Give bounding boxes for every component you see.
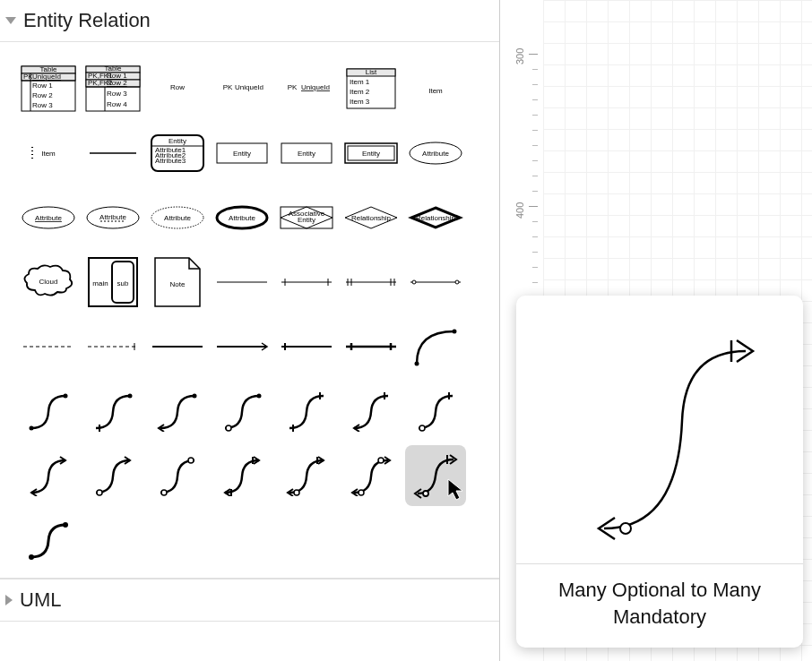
svg-text:UniqueId: UniqueId	[301, 83, 330, 91]
shape-connector-s6[interactable]	[341, 381, 402, 442]
svg-point-122	[423, 491, 428, 496]
svg-point-113	[97, 490, 102, 495]
shape-connector-s3[interactable]	[147, 381, 208, 442]
shape-line-dashed-2[interactable]	[82, 316, 143, 377]
shape-connector-s10[interactable]	[147, 445, 208, 506]
svg-point-87	[412, 280, 416, 284]
svg-text:sub: sub	[117, 279, 129, 288]
shape-line-dashed[interactable]	[18, 316, 79, 377]
svg-text:Row 1: Row 1	[32, 82, 53, 90]
svg-point-106	[226, 425, 231, 431]
svg-text:Item 3: Item 3	[350, 98, 370, 106]
svg-point-118	[294, 490, 299, 495]
svg-point-105	[193, 394, 197, 399]
shape-many-optional-to-many-mandatory[interactable]	[405, 445, 466, 506]
shape-entity-double[interactable]: Entity	[341, 123, 402, 184]
shape-line-thick-3[interactable]	[276, 316, 337, 377]
tooltip-preview	[516, 296, 803, 564]
shape-connector-s15[interactable]	[18, 510, 79, 571]
shape-pk-uniqueid-underline[interactable]: PK UniqueId	[276, 58, 337, 119]
shape-cloud[interactable]: Cloud	[18, 252, 79, 313]
section-header-uml[interactable]: UML	[0, 579, 499, 622]
shape-entity-rect-2[interactable]: Entity	[276, 123, 337, 184]
svg-text:Item: Item	[428, 87, 443, 95]
svg-text:Item 1: Item 1	[350, 78, 370, 86]
shape-connector-s13[interactable]	[341, 445, 402, 506]
svg-text:main: main	[92, 279, 108, 288]
shape-line-mark-3[interactable]	[405, 252, 466, 313]
svg-text:Row 2: Row 2	[107, 79, 127, 87]
shape-attribute-dotted[interactable]: Attribute	[147, 187, 208, 248]
svg-text:PK: PK	[288, 83, 298, 91]
svg-text:Entity: Entity	[362, 150, 380, 158]
svg-point-104	[128, 394, 133, 399]
svg-text:Entity: Entity	[168, 137, 186, 145]
shape-note[interactable]: Note	[147, 252, 208, 313]
shape-line-mark-1[interactable]	[276, 252, 337, 313]
svg-point-114	[161, 490, 167, 495]
shape-connector-s2[interactable]	[82, 381, 143, 442]
shape-entity-rect[interactable]: Entity	[212, 123, 272, 184]
shape-connector-s11[interactable]	[212, 445, 272, 506]
svg-text:Note: Note	[170, 280, 186, 288]
shape-line-mark-2[interactable]	[341, 252, 402, 313]
shape-connector-s5[interactable]	[276, 381, 337, 442]
shapes-sidebar: Entity Relation Table PK UniqueId Row 1 …	[0, 0, 500, 661]
section-header-entity-relation[interactable]: Entity Relation	[0, 0, 499, 42]
shape-list[interactable]: List Item 1 Item 2 Item 3	[341, 58, 402, 119]
shape-attribute-oval[interactable]: Attribute	[405, 123, 466, 184]
svg-point-124	[29, 554, 34, 560]
shape-attribute-oval-underline[interactable]: Attribute	[18, 187, 79, 248]
shape-relationship-bold[interactable]: Relationship	[405, 187, 466, 248]
svg-text:Entity: Entity	[298, 150, 315, 158]
svg-text:UniqueId: UniqueId	[32, 73, 61, 81]
shape-entity-rounded[interactable]: Entity Attribute1 Attribute2 Attribute3	[147, 123, 208, 184]
shape-main-sub[interactable]: mainsub	[82, 252, 143, 313]
shape-line-thick-4[interactable]	[341, 316, 402, 377]
svg-text:Row: Row	[170, 83, 185, 91]
shape-connector-curve-1[interactable]	[405, 316, 466, 377]
svg-text:Attribute: Attribute	[99, 213, 126, 221]
section-title: Entity Relation	[23, 9, 151, 32]
svg-point-88	[455, 280, 459, 284]
svg-point-99	[415, 362, 419, 366]
shape-hline[interactable]	[82, 123, 143, 184]
shape-attribute-bold[interactable]: Attribute	[212, 187, 272, 248]
tooltip-label: Many Optional to Many Mandatory	[516, 564, 803, 648]
shape-connector-s9[interactable]	[82, 445, 143, 506]
svg-point-107	[257, 394, 262, 399]
svg-point-126	[620, 523, 631, 534]
shape-item-dots[interactable]: Item	[18, 123, 79, 184]
shape-line-plain[interactable]	[212, 252, 272, 313]
svg-text:List: List	[366, 68, 377, 76]
shape-item-text[interactable]: Item	[405, 58, 466, 119]
svg-text:Relationship: Relationship	[351, 214, 392, 222]
shape-connector-s4[interactable]	[212, 381, 272, 442]
svg-text:Attribute: Attribute	[422, 150, 449, 158]
shape-tooltip: Many Optional to Many Mandatory	[516, 296, 803, 648]
shape-connector-s12[interactable]	[276, 445, 337, 506]
svg-text:PK: PK	[223, 83, 233, 91]
svg-text:Attribute3: Attribute3	[155, 157, 186, 165]
shape-attribute-dashed-underline[interactable]: Attribute	[82, 187, 143, 248]
shape-table[interactable]: Table PK UniqueId Row 1 Row 2 Row 3	[18, 58, 79, 119]
shape-connector-s1[interactable]	[18, 381, 79, 442]
shape-connector-s7[interactable]	[405, 381, 466, 442]
svg-text:Entity: Entity	[233, 150, 251, 158]
shape-row[interactable]: Row	[147, 58, 208, 119]
shape-relationship[interactable]: Relationship	[341, 187, 402, 248]
svg-point-111	[419, 425, 425, 431]
svg-text:Item 2: Item 2	[350, 88, 370, 96]
shape-table-2[interactable]: Table PK,FK1 Row 1 PK,FK2 Row 2 Row 3 Ro…	[82, 58, 143, 119]
svg-text:Attribute: Attribute	[35, 214, 62, 222]
shape-line-thick-2[interactable]	[212, 316, 272, 377]
svg-point-125	[63, 522, 68, 528]
shape-connector-s8[interactable]	[18, 445, 79, 506]
svg-text:Row 3: Row 3	[107, 90, 127, 98]
svg-text:Attribute: Attribute	[164, 214, 191, 222]
chevron-down-icon	[5, 17, 16, 24]
shape-associative-entity[interactable]: AssociativeEntity	[276, 187, 337, 248]
shape-line-thick-1[interactable]	[147, 316, 208, 377]
shape-pk-uniqueid[interactable]: PK UniqueId	[212, 58, 272, 119]
svg-text:UniqueId: UniqueId	[235, 83, 263, 91]
